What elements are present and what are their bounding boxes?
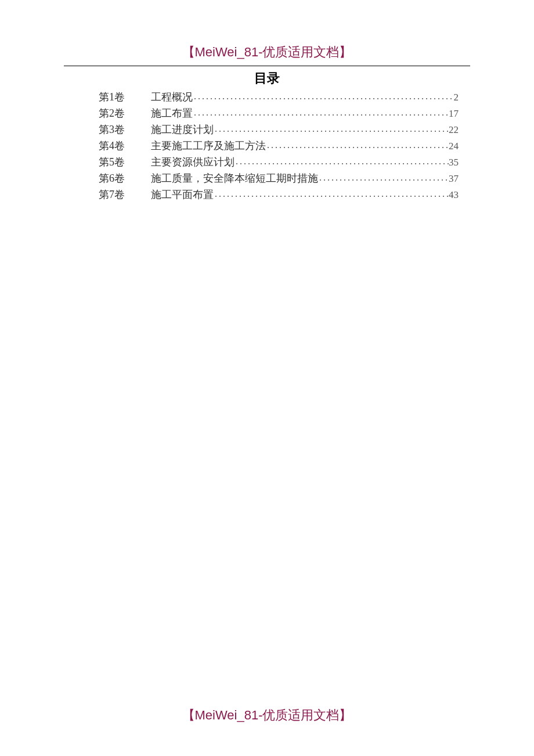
toc-leader-dots	[193, 89, 454, 103]
toc-leader-dots	[214, 122, 449, 136]
page-header: 【MeiWei_81-优质适用文档】	[64, 44, 470, 66]
toc-leader-dots	[318, 171, 449, 185]
toc-leader-dots	[214, 187, 449, 201]
toc-row: 第3卷 施工进度计划 22	[99, 122, 459, 138]
toc-page-number: 43	[449, 188, 459, 203]
toc-volume: 第2卷	[99, 106, 151, 121]
toc-entry: 工程概况 2	[151, 89, 459, 105]
toc-row: 第4卷 主要施工工序及施工方法 24	[99, 138, 459, 154]
toc-page-number: 2	[454, 90, 459, 105]
toc-volume: 第7卷	[99, 187, 151, 203]
toc-leader-dots	[234, 154, 449, 168]
toc-page-number: 35	[449, 155, 459, 170]
toc-label: 主要资源供应计划	[151, 154, 234, 170]
toc-page-number: 37	[449, 171, 459, 186]
toc-page-number: 22	[449, 123, 459, 138]
toc-row: 第2卷 施工布置 17	[99, 106, 459, 121]
toc-label: 施工质量，安全降本缩短工期时措施	[151, 171, 318, 186]
toc-page-number: 17	[449, 106, 459, 121]
toc-label: 施工布置	[151, 106, 193, 121]
toc-page-number: 24	[449, 139, 459, 154]
toc-entry: 主要施工工序及施工方法 24	[151, 138, 459, 154]
toc-label: 施工平面布置	[151, 187, 214, 203]
toc-entry: 施工平面布置 43	[151, 187, 459, 203]
document-page: 【MeiWei_81-优质适用文档】 目录 第1卷 工程概况 2 第2卷 施工布…	[0, 0, 534, 756]
table-of-contents: 第1卷 工程概况 2 第2卷 施工布置 17 第3卷 施工进度计划 22	[64, 89, 470, 203]
toc-volume: 第5卷	[99, 154, 151, 170]
toc-leader-dots	[266, 138, 449, 152]
toc-volume: 第1卷	[99, 89, 151, 105]
toc-row: 第5卷 主要资源供应计划 35	[99, 154, 459, 170]
toc-label: 工程概况	[151, 89, 193, 105]
toc-title: 目录	[64, 70, 470, 87]
toc-label: 主要施工工序及施工方法	[151, 138, 266, 154]
toc-entry: 施工质量，安全降本缩短工期时措施 37	[151, 171, 459, 186]
toc-row: 第1卷 工程概况 2	[99, 89, 459, 105]
toc-entry: 施工进度计划 22	[151, 122, 459, 138]
toc-volume: 第6卷	[99, 171, 151, 186]
page-footer: 【MeiWei_81-优质适用文档】	[0, 707, 534, 724]
toc-label: 施工进度计划	[151, 122, 214, 138]
toc-volume: 第4卷	[99, 138, 151, 154]
toc-row: 第7卷 施工平面布置 43	[99, 187, 459, 203]
toc-leader-dots	[193, 106, 449, 120]
toc-entry: 施工布置 17	[151, 106, 459, 121]
toc-volume: 第3卷	[99, 122, 151, 138]
toc-entry: 主要资源供应计划 35	[151, 154, 459, 170]
toc-row: 第6卷 施工质量，安全降本缩短工期时措施 37	[99, 171, 459, 186]
